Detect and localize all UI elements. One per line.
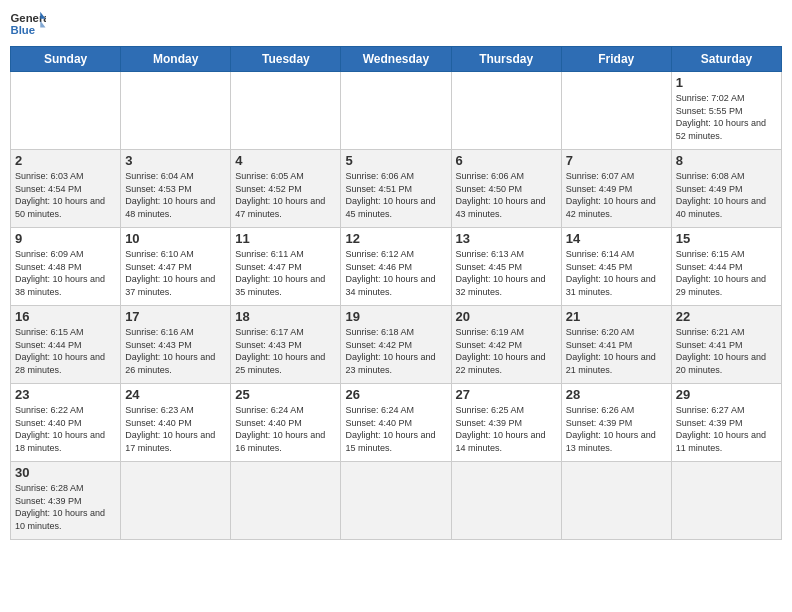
day-info: Sunrise: 6:17 AM Sunset: 4:43 PM Dayligh… <box>235 326 336 376</box>
calendar-day-cell: 20Sunrise: 6:19 AM Sunset: 4:42 PM Dayli… <box>451 306 561 384</box>
day-info: Sunrise: 6:09 AM Sunset: 4:48 PM Dayligh… <box>15 248 116 298</box>
calendar-day-cell: 15Sunrise: 6:15 AM Sunset: 4:44 PM Dayli… <box>671 228 781 306</box>
day-info: Sunrise: 6:27 AM Sunset: 4:39 PM Dayligh… <box>676 404 777 454</box>
calendar-day-cell: 28Sunrise: 6:26 AM Sunset: 4:39 PM Dayli… <box>561 384 671 462</box>
day-number: 25 <box>235 387 336 402</box>
calendar-week-row: 16Sunrise: 6:15 AM Sunset: 4:44 PM Dayli… <box>11 306 782 384</box>
calendar: SundayMondayTuesdayWednesdayThursdayFrid… <box>10 46 782 540</box>
calendar-day-cell: 30Sunrise: 6:28 AM Sunset: 4:39 PM Dayli… <box>11 462 121 540</box>
page: General Blue SundayMondayTuesdayWednesda… <box>0 0 792 612</box>
day-number: 8 <box>676 153 777 168</box>
day-number: 18 <box>235 309 336 324</box>
calendar-day-cell: 4Sunrise: 6:05 AM Sunset: 4:52 PM Daylig… <box>231 150 341 228</box>
day-info: Sunrise: 6:23 AM Sunset: 4:40 PM Dayligh… <box>125 404 226 454</box>
day-info: Sunrise: 6:18 AM Sunset: 4:42 PM Dayligh… <box>345 326 446 376</box>
day-number: 19 <box>345 309 446 324</box>
calendar-day-cell: 16Sunrise: 6:15 AM Sunset: 4:44 PM Dayli… <box>11 306 121 384</box>
calendar-day-cell: 6Sunrise: 6:06 AM Sunset: 4:50 PM Daylig… <box>451 150 561 228</box>
day-number: 22 <box>676 309 777 324</box>
calendar-week-row: 23Sunrise: 6:22 AM Sunset: 4:40 PM Dayli… <box>11 384 782 462</box>
logo: General Blue <box>10 10 46 38</box>
day-number: 16 <box>15 309 116 324</box>
day-info: Sunrise: 6:12 AM Sunset: 4:46 PM Dayligh… <box>345 248 446 298</box>
day-number: 12 <box>345 231 446 246</box>
calendar-day-cell <box>671 462 781 540</box>
day-number: 9 <box>15 231 116 246</box>
calendar-day-cell: 11Sunrise: 6:11 AM Sunset: 4:47 PM Dayli… <box>231 228 341 306</box>
day-info: Sunrise: 6:16 AM Sunset: 4:43 PM Dayligh… <box>125 326 226 376</box>
day-number: 4 <box>235 153 336 168</box>
calendar-day-cell: 29Sunrise: 6:27 AM Sunset: 4:39 PM Dayli… <box>671 384 781 462</box>
day-info: Sunrise: 6:15 AM Sunset: 4:44 PM Dayligh… <box>15 326 116 376</box>
day-info: Sunrise: 6:24 AM Sunset: 4:40 PM Dayligh… <box>345 404 446 454</box>
calendar-day-cell <box>451 72 561 150</box>
calendar-day-cell: 10Sunrise: 6:10 AM Sunset: 4:47 PM Dayli… <box>121 228 231 306</box>
calendar-day-cell <box>121 462 231 540</box>
day-number: 10 <box>125 231 226 246</box>
day-info: Sunrise: 6:14 AM Sunset: 4:45 PM Dayligh… <box>566 248 667 298</box>
day-number: 24 <box>125 387 226 402</box>
day-of-week-header: Saturday <box>671 47 781 72</box>
calendar-day-cell: 26Sunrise: 6:24 AM Sunset: 4:40 PM Dayli… <box>341 384 451 462</box>
day-number: 20 <box>456 309 557 324</box>
day-info: Sunrise: 6:07 AM Sunset: 4:49 PM Dayligh… <box>566 170 667 220</box>
day-number: 3 <box>125 153 226 168</box>
calendar-day-cell: 5Sunrise: 6:06 AM Sunset: 4:51 PM Daylig… <box>341 150 451 228</box>
day-number: 14 <box>566 231 667 246</box>
day-of-week-header: Monday <box>121 47 231 72</box>
calendar-day-cell: 12Sunrise: 6:12 AM Sunset: 4:46 PM Dayli… <box>341 228 451 306</box>
day-info: Sunrise: 6:21 AM Sunset: 4:41 PM Dayligh… <box>676 326 777 376</box>
day-of-week-header: Sunday <box>11 47 121 72</box>
calendar-day-cell <box>561 462 671 540</box>
calendar-header-row: SundayMondayTuesdayWednesdayThursdayFrid… <box>11 47 782 72</box>
day-number: 15 <box>676 231 777 246</box>
day-info: Sunrise: 6:19 AM Sunset: 4:42 PM Dayligh… <box>456 326 557 376</box>
calendar-day-cell: 7Sunrise: 6:07 AM Sunset: 4:49 PM Daylig… <box>561 150 671 228</box>
day-number: 28 <box>566 387 667 402</box>
day-info: Sunrise: 6:08 AM Sunset: 4:49 PM Dayligh… <box>676 170 777 220</box>
calendar-day-cell: 3Sunrise: 6:04 AM Sunset: 4:53 PM Daylig… <box>121 150 231 228</box>
calendar-day-cell: 24Sunrise: 6:23 AM Sunset: 4:40 PM Dayli… <box>121 384 231 462</box>
day-info: Sunrise: 6:04 AM Sunset: 4:53 PM Dayligh… <box>125 170 226 220</box>
day-info: Sunrise: 6:06 AM Sunset: 4:51 PM Dayligh… <box>345 170 446 220</box>
general-blue-logo-icon: General Blue <box>10 10 46 38</box>
calendar-day-cell: 8Sunrise: 6:08 AM Sunset: 4:49 PM Daylig… <box>671 150 781 228</box>
calendar-day-cell: 23Sunrise: 6:22 AM Sunset: 4:40 PM Dayli… <box>11 384 121 462</box>
calendar-week-row: 1Sunrise: 7:02 AM Sunset: 5:55 PM Daylig… <box>11 72 782 150</box>
day-info: Sunrise: 6:13 AM Sunset: 4:45 PM Dayligh… <box>456 248 557 298</box>
day-info: Sunrise: 6:22 AM Sunset: 4:40 PM Dayligh… <box>15 404 116 454</box>
day-number: 2 <box>15 153 116 168</box>
calendar-day-cell: 9Sunrise: 6:09 AM Sunset: 4:48 PM Daylig… <box>11 228 121 306</box>
header: General Blue <box>10 10 782 38</box>
day-of-week-header: Friday <box>561 47 671 72</box>
day-info: Sunrise: 6:20 AM Sunset: 4:41 PM Dayligh… <box>566 326 667 376</box>
calendar-day-cell: 19Sunrise: 6:18 AM Sunset: 4:42 PM Dayli… <box>341 306 451 384</box>
calendar-day-cell: 17Sunrise: 6:16 AM Sunset: 4:43 PM Dayli… <box>121 306 231 384</box>
calendar-day-cell: 25Sunrise: 6:24 AM Sunset: 4:40 PM Dayli… <box>231 384 341 462</box>
calendar-day-cell <box>11 72 121 150</box>
day-info: Sunrise: 6:25 AM Sunset: 4:39 PM Dayligh… <box>456 404 557 454</box>
calendar-day-cell: 21Sunrise: 6:20 AM Sunset: 4:41 PM Dayli… <box>561 306 671 384</box>
calendar-day-cell <box>121 72 231 150</box>
day-info: Sunrise: 6:24 AM Sunset: 4:40 PM Dayligh… <box>235 404 336 454</box>
day-info: Sunrise: 6:26 AM Sunset: 4:39 PM Dayligh… <box>566 404 667 454</box>
calendar-week-row: 30Sunrise: 6:28 AM Sunset: 4:39 PM Dayli… <box>11 462 782 540</box>
calendar-week-row: 2Sunrise: 6:03 AM Sunset: 4:54 PM Daylig… <box>11 150 782 228</box>
day-number: 26 <box>345 387 446 402</box>
calendar-day-cell: 18Sunrise: 6:17 AM Sunset: 4:43 PM Dayli… <box>231 306 341 384</box>
calendar-day-cell: 2Sunrise: 6:03 AM Sunset: 4:54 PM Daylig… <box>11 150 121 228</box>
calendar-day-cell <box>561 72 671 150</box>
day-number: 21 <box>566 309 667 324</box>
calendar-day-cell <box>231 462 341 540</box>
day-number: 17 <box>125 309 226 324</box>
day-info: Sunrise: 6:03 AM Sunset: 4:54 PM Dayligh… <box>15 170 116 220</box>
calendar-week-row: 9Sunrise: 6:09 AM Sunset: 4:48 PM Daylig… <box>11 228 782 306</box>
day-info: Sunrise: 6:11 AM Sunset: 4:47 PM Dayligh… <box>235 248 336 298</box>
day-info: Sunrise: 6:05 AM Sunset: 4:52 PM Dayligh… <box>235 170 336 220</box>
calendar-day-cell: 27Sunrise: 6:25 AM Sunset: 4:39 PM Dayli… <box>451 384 561 462</box>
calendar-day-cell: 13Sunrise: 6:13 AM Sunset: 4:45 PM Dayli… <box>451 228 561 306</box>
calendar-day-cell <box>341 462 451 540</box>
calendar-day-cell: 22Sunrise: 6:21 AM Sunset: 4:41 PM Dayli… <box>671 306 781 384</box>
calendar-day-cell <box>231 72 341 150</box>
calendar-day-cell <box>341 72 451 150</box>
